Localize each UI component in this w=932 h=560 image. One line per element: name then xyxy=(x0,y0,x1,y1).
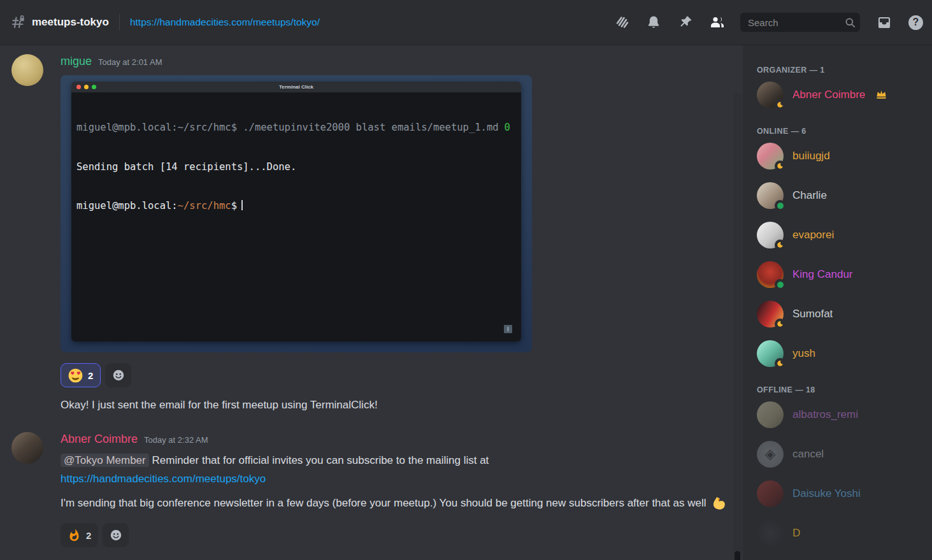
terminal-window-title: Terminal Click xyxy=(71,84,521,90)
header-divider xyxy=(119,14,120,31)
status-badge xyxy=(775,161,785,171)
add-reaction-button[interactable] xyxy=(103,523,129,547)
reaction-row: 2 xyxy=(61,523,737,547)
inbox-icon[interactable] xyxy=(877,15,892,30)
status-badge xyxy=(775,319,785,329)
terminal-screenshot-attachment[interactable]: Terminal Click miguel@mpb.local:~/src/hm… xyxy=(61,75,532,352)
message-link[interactable]: https://handmadecities.com/meetups/tokyo xyxy=(61,473,266,485)
member-avatar xyxy=(757,401,784,428)
search-box[interactable] xyxy=(740,13,860,32)
crown-icon xyxy=(875,88,887,103)
status-badge xyxy=(775,200,785,211)
avatar[interactable] xyxy=(11,54,43,86)
search-magnifier-icon xyxy=(844,17,856,29)
status-badge xyxy=(775,358,785,369)
member-section-header: ORGANIZER — 1 xyxy=(757,66,927,75)
message-author[interactable]: Abner Coimbre xyxy=(61,432,138,446)
member-name: Sumofat xyxy=(792,308,833,320)
member-name: King Candur xyxy=(792,268,853,281)
terminal-line-3: miguel@mpb.local:~/src/hmc$ xyxy=(76,199,516,213)
role-mention[interactable]: @Tokyo Member xyxy=(61,454,149,467)
member-name: Abner Coimbre xyxy=(792,89,865,101)
message-text: @Tokyo Member Reminder that for official… xyxy=(61,451,737,488)
terminal-scroll-indicator xyxy=(504,325,512,333)
member-avatar xyxy=(757,340,784,367)
member-avatar xyxy=(757,222,784,248)
flexed-biceps-emoji xyxy=(712,500,728,512)
header-toolbar: ? xyxy=(614,13,923,32)
member-row[interactable]: D xyxy=(753,519,927,547)
terminal-line-1: miguel@mpb.local:~/src/hmc$ ./meetupinvi… xyxy=(76,121,516,134)
member-name: evaporei xyxy=(792,229,834,241)
reaction-row: 2 xyxy=(61,363,737,387)
member-name: D xyxy=(792,527,800,540)
terminal-cursor xyxy=(241,200,243,210)
member-row[interactable]: evaporei xyxy=(753,221,927,249)
member-row[interactable]: Abner Coimbre xyxy=(753,81,927,109)
member-avatar xyxy=(757,82,784,108)
member-row[interactable]: buiiugjd xyxy=(753,142,927,170)
terminal-window: Terminal Click miguel@mpb.local:~/src/hm… xyxy=(71,82,521,341)
message-author[interactable]: migue xyxy=(61,54,92,68)
member-list-sections: ORGANIZER — 1 Abner Coimbre ONLINE — 6 xyxy=(753,66,927,547)
member-avatar xyxy=(757,520,784,547)
add-reaction-button[interactable] xyxy=(105,363,131,387)
channel-hash-lock-icon xyxy=(10,15,25,30)
member-name: Daisuke Yoshi xyxy=(792,487,861,500)
message-timestamp: Today at 2:32 AM xyxy=(144,433,208,447)
member-section: ONLINE — 6 buiiugjd xyxy=(753,127,927,368)
member-section: OFFLINE — 18 albatros_remi ◈ xyxy=(753,385,927,547)
terminal-titlebar: Terminal Click xyxy=(71,82,521,92)
reaction-count: 2 xyxy=(88,370,93,381)
member-avatar xyxy=(757,182,784,209)
member-section-items: albatros_remi ◈ cancel xyxy=(753,401,927,547)
notifications-bell-icon[interactable] xyxy=(646,15,661,30)
pin-icon[interactable] xyxy=(678,15,693,30)
status-badge xyxy=(775,99,785,110)
message-abner: Abner Coimbre Today at 2:32 AM @Tokyo Me… xyxy=(11,432,743,547)
member-avatar xyxy=(757,143,784,169)
terminal-body: miguel@mpb.local:~/src/hmc$ ./meetupinvi… xyxy=(71,92,521,341)
member-avatar: ◈ xyxy=(757,441,784,468)
status-badge xyxy=(775,279,785,290)
channel-name: meetups-tokyo xyxy=(32,16,109,29)
member-section: ORGANIZER — 1 Abner Coimbre xyxy=(753,66,927,109)
member-row[interactable]: ◈ cancel xyxy=(753,440,927,468)
member-row[interactable]: Charlie xyxy=(753,182,927,210)
message-timestamp: Today at 2:01 AM xyxy=(98,55,162,69)
reaction-fire[interactable]: 2 xyxy=(61,523,98,547)
chat-area: migue Today at 2:01 AM Terminal Click mi… xyxy=(0,45,743,560)
help-icon[interactable]: ? xyxy=(908,15,923,30)
member-row[interactable]: albatros_remi xyxy=(753,401,927,429)
member-avatar xyxy=(757,261,784,288)
member-section-items: Abner Coimbre xyxy=(753,81,927,109)
channel-header: meetups-tokyo https://handmadecities.com… xyxy=(0,0,932,45)
member-row[interactable]: Daisuke Yoshi xyxy=(753,480,927,508)
threads-icon[interactable] xyxy=(614,15,629,30)
member-name: albatros_remi xyxy=(792,408,858,421)
message-migue: migue Today at 2:01 AM Terminal Click mi… xyxy=(11,54,743,414)
reaction-count: 2 xyxy=(86,530,91,541)
message-text: I'm sending that big conference newslett… xyxy=(61,494,737,515)
member-row[interactable]: yush xyxy=(753,340,927,368)
member-row[interactable]: Sumofat xyxy=(753,300,927,328)
chat-scrollbar-track[interactable] xyxy=(733,93,742,557)
member-list-icon[interactable] xyxy=(710,15,725,30)
search-input[interactable] xyxy=(747,17,844,29)
channel-topic-link[interactable]: https://handmadecities.com/meetups/tokyo… xyxy=(130,17,320,28)
member-list: ORGANIZER — 1 Abner Coimbre ONLINE — 6 xyxy=(743,45,932,560)
status-badge xyxy=(775,240,785,250)
member-name: yush xyxy=(792,347,815,360)
member-row[interactable]: King Candur xyxy=(753,261,927,289)
heart-eyes-emoji xyxy=(68,368,83,383)
terminal-line-2: Sending batch [14 recipients]...Done. xyxy=(76,161,516,174)
chat-scrollbar-thumb[interactable] xyxy=(735,551,740,560)
fire-emoji xyxy=(68,529,81,542)
member-section-header: OFFLINE — 18 xyxy=(757,385,927,394)
member-name: buiiugjd xyxy=(792,150,830,162)
reaction-heart-eyes[interactable]: 2 xyxy=(61,363,101,387)
message-text: Okay! I just sent the email for the firs… xyxy=(61,396,737,414)
avatar[interactable] xyxy=(11,432,43,464)
member-avatar xyxy=(757,301,784,327)
member-section-header: ONLINE — 6 xyxy=(757,127,927,136)
